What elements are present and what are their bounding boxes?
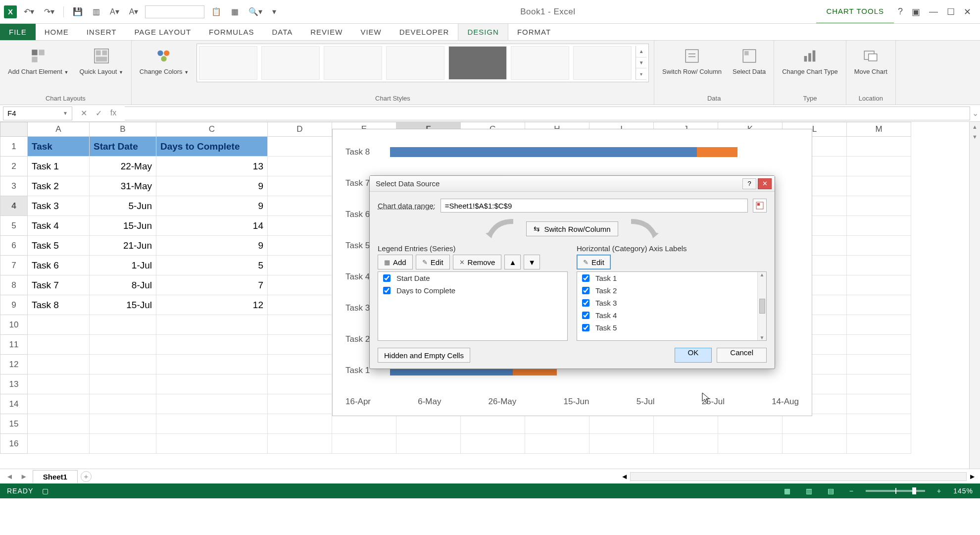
switch-row-column-button[interactable]: ⇆ Switch Row/Column (526, 221, 618, 236)
cell[interactable] (847, 256, 911, 275)
cell[interactable]: 14 (156, 216, 268, 236)
chevron-down-icon[interactable]: ▼ (63, 110, 68, 116)
column-header[interactable]: A (28, 122, 90, 137)
tab-file[interactable]: FILE (0, 24, 36, 40)
maximize-icon[interactable]: ☐ (947, 6, 955, 17)
zoom-out-icon[interactable]: − (846, 487, 857, 495)
category-list-item[interactable]: Task 4 (577, 309, 766, 321)
cell[interactable] (847, 374, 911, 394)
cell[interactable] (847, 236, 911, 256)
cell[interactable] (268, 157, 332, 176)
tab-home[interactable]: HOME (36, 24, 78, 40)
cell[interactable]: 22-May (90, 157, 156, 176)
remove-series-button[interactable]: ✕Remove (453, 255, 502, 269)
tab-view[interactable]: VIEW (351, 24, 390, 40)
series-checkbox[interactable] (383, 287, 391, 294)
cell[interactable]: 9 (156, 236, 268, 256)
cell[interactable]: Task 1 (28, 157, 90, 176)
view-normal-icon[interactable]: ▦ (781, 487, 794, 495)
tab-review[interactable]: REVIEW (301, 24, 351, 40)
dialog-close-icon[interactable]: ✕ (758, 178, 772, 189)
hscroll-left-icon[interactable]: ◄ (621, 472, 628, 481)
zoom-in-icon[interactable]: + (934, 487, 944, 495)
cell[interactable] (847, 216, 911, 236)
add-series-button[interactable]: ▦Add (378, 255, 413, 269)
cell[interactable] (268, 295, 332, 315)
sheet-nav-prev-icon[interactable]: ◄ (4, 472, 15, 481)
cell[interactable] (156, 355, 268, 374)
cell[interactable]: 9 (156, 176, 268, 196)
cell[interactable] (718, 434, 783, 454)
redo-icon[interactable]: ↷▾ (41, 5, 57, 18)
category-checkbox[interactable] (582, 299, 589, 307)
paste-icon[interactable]: 📋 (208, 5, 224, 18)
cell[interactable] (28, 315, 90, 335)
chart-style-thumb[interactable] (261, 46, 320, 80)
cell[interactable] (654, 414, 718, 434)
cell[interactable] (156, 394, 268, 414)
cell[interactable] (461, 434, 525, 454)
view-page-layout-icon[interactable]: ▥ (803, 487, 816, 495)
tab-developer[interactable]: DEVELOPER (391, 24, 458, 40)
category-checkbox[interactable] (582, 274, 589, 282)
cell[interactable] (268, 137, 332, 157)
cell[interactable] (156, 335, 268, 355)
cell[interactable]: 9 (156, 196, 268, 216)
cell[interactable]: Task 2 (28, 176, 90, 196)
cell[interactable] (589, 434, 654, 454)
cell[interactable] (396, 414, 461, 434)
row-header[interactable]: 8 (0, 275, 28, 295)
cell[interactable]: 5 (156, 256, 268, 275)
more-qat-icon[interactable]: ▾ (269, 5, 279, 18)
category-list-item[interactable]: Task 3 (577, 297, 766, 309)
cancel-button[interactable]: Cancel (717, 348, 767, 363)
cell[interactable]: 1-Jul (90, 256, 156, 275)
cell[interactable] (90, 394, 156, 414)
cell[interactable] (90, 355, 156, 374)
cell[interactable] (268, 216, 332, 236)
row-header[interactable]: 2 (0, 157, 28, 176)
category-checkbox[interactable] (582, 287, 589, 294)
cell[interactable] (90, 414, 156, 434)
move-series-down-button[interactable]: ▼ (524, 255, 540, 269)
row-header[interactable]: 7 (0, 256, 28, 275)
cell[interactable] (847, 157, 911, 176)
column-header[interactable]: C (156, 122, 268, 137)
chart-style-thumb[interactable] (573, 46, 632, 80)
move-chart-button[interactable]: Move Chart (851, 44, 890, 78)
tab-data[interactable]: DATA (263, 24, 301, 40)
cell[interactable] (783, 434, 847, 454)
category-list-item[interactable]: Task 1 (577, 272, 766, 284)
cell[interactable] (28, 335, 90, 355)
listbox-scrollbar[interactable]: ▲▼ (757, 272, 766, 340)
gallery-scroll[interactable]: ▲▼▾ (636, 46, 646, 80)
cell[interactable] (654, 434, 718, 454)
font-inc-icon[interactable]: A▾ (126, 5, 142, 18)
cell[interactable]: 15-Jun (90, 216, 156, 236)
edit-series-button[interactable]: ✎Edit (416, 255, 450, 269)
chart-style-thumb[interactable] (386, 46, 444, 80)
select-all-corner[interactable] (0, 122, 28, 137)
ribbon-options-icon[interactable]: ▣ (912, 6, 920, 17)
row-header[interactable]: 10 (0, 315, 28, 335)
cell[interactable] (268, 176, 332, 196)
cell[interactable]: Task 4 (28, 216, 90, 236)
chart-style-thumb[interactable] (199, 46, 257, 80)
horizontal-scrollbar[interactable] (630, 472, 967, 481)
cell[interactable] (461, 414, 525, 434)
cell[interactable] (90, 434, 156, 454)
cell[interactable]: Task 3 (28, 196, 90, 216)
cell[interactable] (847, 335, 911, 355)
row-header[interactable]: 15 (0, 414, 28, 434)
save-icon[interactable]: 💾 (70, 5, 86, 18)
expand-formula-bar-icon[interactable]: ⌄ (970, 108, 980, 118)
column-header[interactable]: M (847, 122, 911, 137)
cell[interactable] (268, 315, 332, 335)
cell[interactable] (268, 414, 332, 434)
tab-design[interactable]: DESIGN (458, 23, 508, 40)
cell[interactable] (268, 236, 332, 256)
hscroll-right-icon[interactable]: ► (969, 472, 976, 481)
cell[interactable] (847, 176, 911, 196)
chart-data-range-input[interactable]: =Sheet1!$A$1:$C$9 (441, 199, 748, 213)
cell[interactable] (28, 374, 90, 394)
